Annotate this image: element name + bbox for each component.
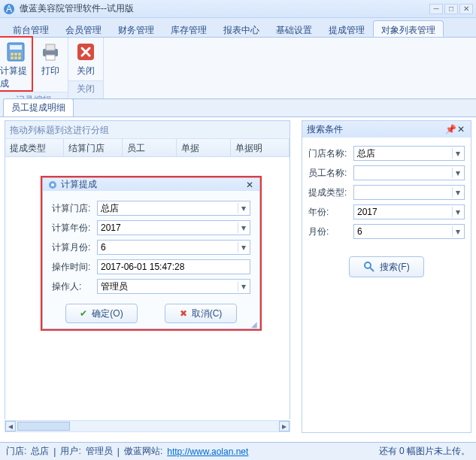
search-field-type[interactable]: ▾ — [353, 185, 465, 200]
status-site-link[interactable]: http://www.aolan.net — [167, 446, 248, 457]
scroll-thumb[interactable] — [17, 422, 70, 431]
svg-rect-12 — [46, 55, 55, 60]
main-tab-strip: 前台管理 会员管理 财务管理 库存管理 报表中心 基础设置 提成管理 对象列表管… — [0, 18, 476, 38]
status-user-label: 用户: — [60, 445, 80, 458]
chevron-down-icon[interactable]: ▾ — [452, 168, 462, 178]
search-panel-title-bar: 搜索条件 📌 ✕ — [302, 121, 471, 138]
grid-horizontal-scrollbar[interactable]: ◂ ▸ — [5, 420, 290, 432]
dialog-label-operator: 操作人: — [52, 280, 97, 293]
resize-grip-icon[interactable]: ◢ — [251, 320, 259, 328]
grid-col-commission-type[interactable]: 提成类型 — [5, 139, 64, 156]
svg-point-5 — [14, 53, 17, 56]
svg-point-14 — [365, 262, 371, 268]
dialog-label-optime: 操作时间: — [52, 261, 97, 274]
tab-basic-settings[interactable]: 基础设置 — [268, 20, 320, 37]
ribbon-group-title-close: 关闭 — [68, 80, 103, 98]
printer-icon — [38, 41, 62, 63]
chevron-down-icon[interactable]: ▾ — [452, 226, 462, 237]
search-field-month[interactable]: 6▾ — [353, 224, 465, 239]
status-store-value: 总店 — [31, 445, 49, 458]
search-field-year[interactable]: 2017▾ — [353, 204, 465, 219]
chevron-down-icon[interactable]: ▾ — [452, 207, 462, 217]
pin-icon[interactable]: 📌 — [445, 124, 456, 135]
ribbon-label-calc: 计算提成 — [0, 65, 32, 90]
search-panel: 搜索条件 📌 ✕ 门店名称: 总店▾ 员工名称: ▾ 提成类型: ▾ 年份: 2… — [302, 120, 471, 433]
grid-col-settle-store[interactable]: 结算门店 — [64, 139, 123, 156]
chevron-down-icon[interactable]: ▾ — [238, 281, 248, 292]
svg-point-7 — [11, 56, 14, 59]
dialog-title-bar[interactable]: 计算提成 ✕ — [43, 178, 259, 191]
grid-header: 提成类型 结算门店 员工 单据 单据明 — [5, 139, 290, 157]
svg-rect-11 — [46, 44, 55, 50]
search-label-type: 提成类型: — [308, 186, 353, 199]
tab-finance[interactable]: 财务管理 — [110, 20, 162, 37]
ribbon-item-calc-commission[interactable]: 计算提成 — [0, 36, 33, 92]
tab-reports[interactable]: 报表中心 — [215, 20, 268, 37]
calculator-icon — [4, 41, 28, 63]
grid-groupby-hint[interactable]: 拖动列标题到这进行分组 — [5, 121, 290, 139]
chevron-down-icon[interactable]: ▾ — [238, 222, 248, 233]
search-button-label: 搜索(F) — [380, 261, 409, 274]
status-site-label: 傲蓝网站: — [124, 445, 162, 458]
grid-col-doc[interactable]: 单据 — [177, 139, 231, 156]
search-label-employee: 员工名称: — [308, 167, 353, 180]
svg-point-9 — [18, 56, 21, 59]
chevron-down-icon[interactable]: ▾ — [452, 187, 462, 198]
search-field-employee[interactable]: ▾ — [353, 165, 465, 180]
maximize-button[interactable]: □ — [444, 4, 458, 14]
tab-commission[interactable]: 提成管理 — [320, 20, 373, 37]
search-label-month: 月份: — [308, 225, 353, 238]
dialog-field-optime[interactable]: 2017-06-01 15:47:28 — [97, 259, 250, 274]
ok-button-label: 确定(O) — [92, 307, 123, 320]
svg-rect-3 — [10, 45, 22, 50]
status-store-label: 门店: — [6, 445, 26, 458]
close-icon — [74, 41, 98, 63]
ribbon-label-close: 关闭 — [77, 65, 95, 77]
ribbon: 计算提成 打印 记录编辑 关闭 关闭 — [0, 38, 476, 99]
close-window-button[interactable]: ✕ — [459, 4, 473, 14]
dialog-gear-icon — [47, 180, 58, 190]
chevron-down-icon[interactable]: ▾ — [238, 242, 248, 253]
subtab-strip: 员工提成明细 — [0, 99, 476, 117]
minimize-button[interactable]: ─ — [429, 4, 443, 14]
scroll-left-arrow-icon[interactable]: ◂ — [5, 421, 16, 431]
check-icon: ✔ — [80, 308, 87, 319]
grid-col-employee[interactable]: 员工 — [123, 139, 177, 156]
dialog-field-store[interactable]: 总店▾ — [97, 201, 250, 216]
search-field-store[interactable]: 总店▾ — [353, 146, 465, 161]
dialog-close-icon[interactable]: ✕ — [244, 180, 255, 190]
grid-col-doc-detail[interactable]: 单据明 — [231, 139, 290, 156]
ribbon-item-print[interactable]: 打印 — [33, 38, 68, 92]
cancel-button[interactable]: ✖ 取消(C) — [165, 304, 237, 323]
ok-button[interactable]: ✔ 确定(O) — [65, 304, 138, 323]
chevron-down-icon[interactable]: ▾ — [452, 148, 462, 159]
cancel-button-label: 取消(C) — [192, 307, 223, 320]
scroll-right-arrow-icon[interactable]: ▸ — [279, 421, 290, 431]
dialog-field-year[interactable]: 2017▾ — [97, 220, 250, 235]
search-panel-title: 搜索条件 — [307, 123, 343, 136]
window-title: 傲蓝美容院管理软件--试用版 — [20, 2, 429, 15]
tab-front-desk[interactable]: 前台管理 — [5, 20, 57, 37]
app-icon: A — [3, 3, 15, 15]
dialog-field-operator[interactable]: 管理员▾ — [97, 279, 250, 294]
svg-point-17 — [51, 183, 54, 186]
magnifier-icon — [363, 261, 375, 273]
tab-inventory[interactable]: 库存管理 — [162, 20, 215, 37]
tab-object-list[interactable]: 对象列表管理 — [373, 20, 444, 37]
tab-member[interactable]: 会员管理 — [57, 20, 110, 37]
search-label-store: 门店名称: — [308, 147, 353, 160]
search-label-year: 年份: — [308, 206, 353, 219]
dialog-label-store: 计算门店: — [52, 202, 97, 215]
search-close-icon[interactable]: ✕ — [456, 124, 466, 135]
search-button[interactable]: 搜索(F) — [349, 256, 424, 277]
ribbon-item-close[interactable]: 关闭 — [68, 38, 103, 80]
dialog-field-month[interactable]: 6▾ — [97, 240, 250, 255]
status-bar: 门店: 总店 | 用户: 管理员 | 傲蓝网站: http://www.aola… — [0, 442, 476, 460]
svg-text:A: A — [6, 4, 12, 14]
svg-point-8 — [14, 56, 17, 59]
ribbon-group-close: 关闭 关闭 — [68, 38, 104, 98]
chevron-down-icon[interactable]: ▾ — [238, 203, 248, 213]
subtab-commission-detail[interactable]: 员工提成明细 — [3, 98, 74, 117]
ribbon-group-record-edit: 计算提成 打印 记录编辑 — [0, 38, 68, 98]
dialog-label-year: 计算年份: — [52, 222, 97, 235]
